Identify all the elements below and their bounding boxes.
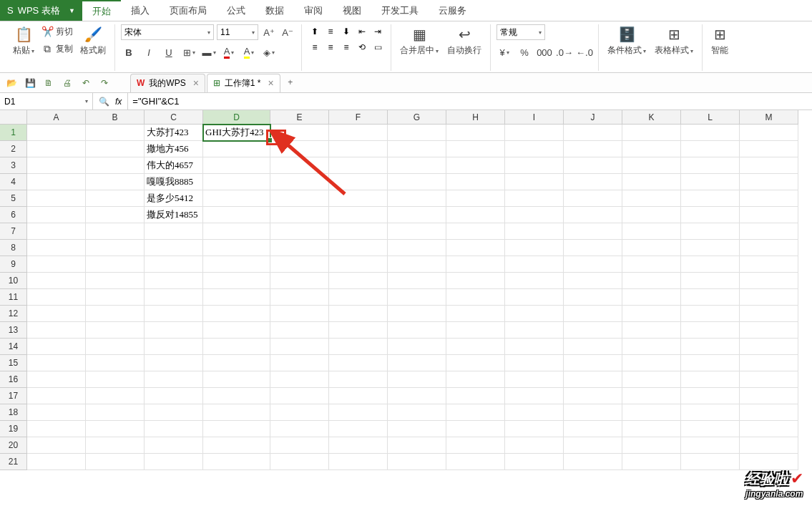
cell-F13[interactable] — [329, 322, 388, 339]
italic-button[interactable]: I — [141, 45, 157, 59]
cell-E8[interactable] — [270, 240, 329, 256]
tab-dev-tools[interactable]: 开发工具 — [371, 0, 429, 21]
cell-K11[interactable] — [622, 289, 681, 306]
cell-K4[interactable] — [622, 174, 681, 190]
align-bottom-button[interactable]: ⬇ — [339, 24, 353, 39]
cell-M4[interactable] — [740, 174, 798, 190]
close-tab-icon[interactable]: × — [190, 77, 199, 89]
cell-E2[interactable] — [270, 141, 329, 157]
cell-A7[interactable] — [27, 223, 86, 240]
row-header-19[interactable]: 19 — [0, 421, 27, 437]
cell-I21[interactable] — [505, 454, 564, 470]
cell-D15[interactable] — [203, 355, 270, 371]
cell-K3[interactable] — [622, 157, 681, 174]
cell-L20[interactable] — [681, 437, 740, 454]
fx-button[interactable]: fx — [115, 97, 122, 107]
cell-J19[interactable] — [564, 421, 622, 437]
cell-G14[interactable] — [388, 339, 446, 355]
bold-button[interactable]: B — [121, 45, 137, 59]
cell-L5[interactable] — [681, 190, 740, 207]
cell-H3[interactable] — [446, 157, 505, 174]
cell-F9[interactable] — [329, 256, 388, 273]
app-badge[interactable]: S WPS 表格 ▼ — [0, 0, 82, 21]
cell-I14[interactable] — [505, 339, 564, 355]
cell-J17[interactable] — [564, 388, 622, 404]
cell-C5[interactable]: 是多少5412 — [145, 190, 203, 207]
cell-A19[interactable] — [27, 421, 86, 437]
cell-J14[interactable] — [564, 339, 622, 355]
cell-J9[interactable] — [564, 256, 622, 273]
cell-I17[interactable] — [505, 388, 564, 404]
cell-D8[interactable] — [203, 240, 270, 256]
fill-handle[interactable] — [267, 137, 273, 143]
cell-L2[interactable] — [681, 141, 740, 157]
cell-K2[interactable] — [622, 141, 681, 157]
cell-M15[interactable] — [740, 355, 798, 371]
cell-J21[interactable] — [564, 454, 622, 470]
cell-K8[interactable] — [622, 240, 681, 256]
cell-K7[interactable] — [622, 223, 681, 240]
cell-M20[interactable] — [740, 437, 798, 454]
merge-split-button[interactable]: ▭ — [371, 40, 385, 54]
add-tab-button[interactable]: + — [282, 74, 299, 91]
cell-E1[interactable] — [270, 125, 329, 141]
cell-J16[interactable] — [564, 371, 622, 388]
cell-F14[interactable] — [329, 339, 388, 355]
cell-D17[interactable] — [203, 388, 270, 404]
cell-C7[interactable] — [145, 223, 203, 240]
cell-B12[interactable] — [86, 306, 145, 322]
cell-D12[interactable] — [203, 306, 270, 322]
cell-D20[interactable] — [203, 437, 270, 454]
tab-data[interactable]: 数据 — [255, 0, 294, 21]
cell-C1[interactable]: 大苏打423 — [145, 125, 203, 141]
cell-I8[interactable] — [505, 240, 564, 256]
cell-J13[interactable] — [564, 322, 622, 339]
cell-M2[interactable] — [740, 141, 798, 157]
tab-insert[interactable]: 插入 — [121, 0, 160, 21]
cell-J12[interactable] — [564, 306, 622, 322]
cell-E17[interactable] — [270, 388, 329, 404]
col-header-D[interactable]: D — [203, 110, 270, 125]
cell-G6[interactable] — [388, 207, 446, 223]
cell-K21[interactable] — [622, 454, 681, 470]
cell-I2[interactable] — [505, 141, 564, 157]
cell-C12[interactable] — [145, 306, 203, 322]
cell-J6[interactable] — [564, 207, 622, 223]
cell-H11[interactable] — [446, 289, 505, 306]
col-header-A[interactable]: A — [27, 110, 86, 125]
cell-C11[interactable] — [145, 289, 203, 306]
cell-I7[interactable] — [505, 223, 564, 240]
cell-F8[interactable] — [329, 240, 388, 256]
cell-C16[interactable] — [145, 371, 203, 388]
cell-E21[interactable] — [270, 454, 329, 470]
cell-C9[interactable] — [145, 256, 203, 273]
cell-A20[interactable] — [27, 437, 86, 454]
cell-H17[interactable] — [446, 388, 505, 404]
paste-button[interactable]: 📋 粘贴▾ — [10, 24, 37, 58]
tab-page-layout[interactable]: 页面布局 — [160, 0, 217, 21]
cell-I6[interactable] — [505, 207, 564, 223]
cell-E16[interactable] — [270, 371, 329, 388]
cell-A1[interactable] — [27, 125, 86, 141]
col-header-M[interactable]: M — [740, 110, 798, 125]
merge-center-button[interactable]: ▦ 合并居中▾ — [397, 24, 441, 58]
tab-formula[interactable]: 公式 — [217, 0, 255, 21]
cell-B19[interactable] — [86, 421, 145, 437]
cell-M12[interactable] — [740, 306, 798, 322]
row-header-18[interactable]: 18 — [0, 404, 27, 421]
redo-button[interactable]: ↷ — [97, 76, 112, 90]
cell-L14[interactable] — [681, 339, 740, 355]
cell-H19[interactable] — [446, 421, 505, 437]
cell-C15[interactable] — [145, 355, 203, 371]
cell-E3[interactable] — [270, 157, 329, 174]
cell-G19[interactable] — [388, 421, 446, 437]
cell-M8[interactable] — [740, 240, 798, 256]
cell-F19[interactable] — [329, 421, 388, 437]
cell-L10[interactable] — [681, 273, 740, 289]
wrap-text-button[interactable]: ↩ 自动换行 — [444, 24, 484, 58]
cell-G5[interactable] — [388, 190, 446, 207]
cell-C21[interactable] — [145, 454, 203, 470]
cell-E5[interactable] — [270, 190, 329, 207]
cell-H13[interactable] — [446, 322, 505, 339]
fill-color-button[interactable]: ▬▾ — [201, 45, 217, 59]
